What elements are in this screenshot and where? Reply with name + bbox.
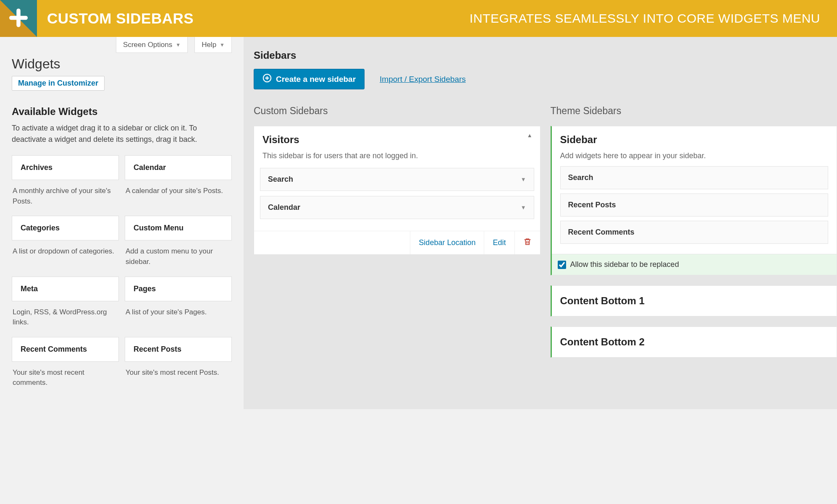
available-widgets-help: To activate a widget drag it to a sideba… xyxy=(12,123,232,145)
theme-sidebar-name: Sidebar xyxy=(560,134,829,146)
custom-sidebar-card: Visitors ▲ This sidebar is for users tha… xyxy=(254,126,541,255)
banner-tagline: INTEGRATES SEAMLESSLY INTO CORE WIDGETS … xyxy=(470,11,820,26)
custom-sidebars-heading: Custom Sidebars xyxy=(254,105,541,117)
available-widget-custom-menu[interactable]: Custom Menu xyxy=(125,216,232,240)
page-title: Widgets xyxy=(12,56,232,72)
help-tab[interactable]: Help ▼ xyxy=(194,37,232,53)
theme-widget-recent-posts[interactable]: Recent Posts xyxy=(560,193,829,217)
edit-sidebar-button[interactable]: Edit xyxy=(484,231,514,254)
available-widget-calendar[interactable]: Calendar xyxy=(125,155,232,180)
theme-sidebar-card: Sidebar Add widgets here to appear in yo… xyxy=(551,126,837,275)
screen-options-tab[interactable]: Screen Options ▼ xyxy=(116,37,188,53)
caret-down-icon: ▼ xyxy=(521,204,526,211)
widget-label: Search xyxy=(268,175,293,184)
plus-icon xyxy=(9,8,28,29)
banner-title: CUSTOM SIDEBARS xyxy=(47,10,194,27)
create-sidebar-label: Create a new sidebar xyxy=(276,75,356,84)
theme-sidebars-heading: Theme Sidebars xyxy=(551,105,837,117)
custom-sidebar-name: Visitors xyxy=(262,134,532,146)
allow-replace-checkbox[interactable] xyxy=(558,261,566,269)
theme-sidebar-name: Content Bottom 2 xyxy=(560,336,829,348)
screen-options-label: Screen Options xyxy=(123,41,172,49)
allow-replace-row[interactable]: Allow this sidebar to be replaced xyxy=(552,254,837,275)
available-widget-recent-posts[interactable]: Recent Posts xyxy=(125,337,232,362)
available-widgets-heading: Available Widgets xyxy=(12,106,232,118)
widget-desc: Your site's most recent Posts. xyxy=(125,362,232,387)
widget-desc: Login, RSS, & WordPress.org links. xyxy=(12,301,119,337)
sidebar-location-button[interactable]: Sidebar Location xyxy=(410,231,484,254)
sidebar-widget-calendar[interactable]: Calendar ▼ xyxy=(260,196,534,219)
widget-desc: A calendar of your site's Posts. xyxy=(125,180,232,206)
plus-circle-icon xyxy=(262,73,272,85)
caret-up-icon: ▲ xyxy=(527,132,533,138)
help-label: Help xyxy=(202,41,216,49)
theme-sidebar-content-bottom-1[interactable]: Content Bottom 1 xyxy=(551,285,837,316)
available-widget-recent-comments[interactable]: Recent Comments xyxy=(12,337,119,362)
widget-desc: A list of your site's Pages. xyxy=(125,301,232,327)
available-widget-archives[interactable]: Archives xyxy=(12,155,119,180)
create-sidebar-button[interactable]: Create a new sidebar xyxy=(254,69,365,89)
available-widget-pages[interactable]: Pages xyxy=(125,277,232,301)
caret-down-icon: ▼ xyxy=(176,42,181,48)
available-widgets-grid: Archives A monthly archive of your site'… xyxy=(12,155,232,397)
widget-desc: A monthly archive of your site's Posts. xyxy=(12,180,119,216)
import-export-link[interactable]: Import / Export Sidebars xyxy=(380,75,466,84)
widget-desc: A list or dropdown of categories. xyxy=(12,240,119,266)
sidebars-header: Sidebars Create a new sidebar Import / E… xyxy=(244,37,837,97)
allow-replace-label: Allow this sidebar to be replaced xyxy=(570,260,679,269)
widget-desc: Add a custom menu to your sidebar. xyxy=(125,240,232,276)
screen-options-row: Screen Options ▼ Help ▼ xyxy=(12,37,232,53)
collapse-toggle[interactable]: ▲ xyxy=(527,132,533,138)
widget-desc: Your site's most recent comments. xyxy=(12,362,119,397)
custom-sidebar-desc: This sidebar is for users that are not l… xyxy=(254,148,540,168)
theme-widget-recent-comments[interactable]: Recent Comments xyxy=(560,221,829,244)
caret-down-icon: ▼ xyxy=(220,42,225,48)
promo-banner: CUSTOM SIDEBARS INTEGRATES SEAMLESSLY IN… xyxy=(0,0,837,37)
banner-logo xyxy=(0,0,37,37)
available-widget-categories[interactable]: Categories xyxy=(12,216,119,240)
theme-sidebar-content-bottom-2[interactable]: Content Bottom 2 xyxy=(551,326,837,358)
widget-label: Calendar xyxy=(268,203,300,212)
theme-sidebar-name: Content Bottom 1 xyxy=(560,295,829,307)
theme-widget-search[interactable]: Search xyxy=(560,166,829,189)
sidebar-widget-search[interactable]: Search ▼ xyxy=(260,168,534,191)
trash-icon xyxy=(523,237,532,248)
available-widget-meta[interactable]: Meta xyxy=(12,277,119,301)
manage-customizer-button[interactable]: Manage in Customizer xyxy=(12,76,105,91)
delete-sidebar-button[interactable] xyxy=(514,231,540,254)
theme-sidebar-desc: Add widgets here to appear in your sideb… xyxy=(552,149,837,166)
sidebars-section-title: Sidebars xyxy=(254,50,827,61)
caret-down-icon: ▼ xyxy=(521,176,526,183)
